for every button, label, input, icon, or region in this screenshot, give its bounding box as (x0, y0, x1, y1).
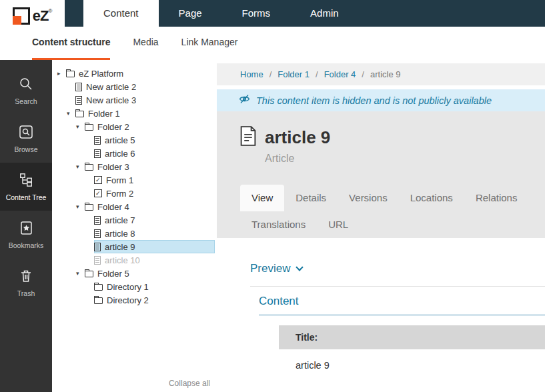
sidebar-item-content-tree[interactable]: Content Tree (0, 163, 52, 211)
folder-icon (66, 71, 75, 77)
tree-item-article-6[interactable]: article 6 (52, 147, 217, 160)
tree-item-ez-platform[interactable]: ▸ eZ Platform (52, 67, 217, 80)
chevron-down-icon (296, 263, 304, 271)
tree-item-folder-3[interactable]: ▾ Folder 3 (52, 160, 217, 173)
tree-item-folder-4[interactable]: ▾ Folder 4 (52, 200, 217, 213)
article-icon (94, 149, 101, 158)
ez-logo[interactable]: eZ ® (13, 7, 53, 25)
tree-item-folder-5[interactable]: ▾ Folder 5 (52, 267, 217, 280)
tree-item-new-article-3[interactable]: New article 3 (52, 93, 217, 107)
breadcrumb: Home / Folder 1 / Folder 4 / article 9 (217, 63, 545, 85)
tab-details[interactable]: Details (284, 185, 338, 211)
caret-down-icon[interactable]: ▾ (76, 120, 85, 133)
tree-item-folder-2[interactable]: ▾ Folder 2 (52, 120, 217, 133)
tab-relations[interactable]: Relations (464, 185, 529, 211)
logo-box: eZ ® (0, 0, 65, 32)
view-tab-content: Preview Content Title: article 9 (217, 238, 545, 392)
search-icon (19, 77, 33, 94)
article-icon (94, 136, 101, 145)
browse-icon (19, 125, 33, 142)
tree-item-directory-2[interactable]: Directory 2 (52, 293, 217, 307)
folder-icon (94, 284, 103, 291)
article-icon (75, 96, 82, 105)
content-type-label: Article (265, 153, 545, 165)
article-page-icon (240, 126, 256, 149)
folder-icon (85, 164, 93, 171)
tab-versions[interactable]: Versions (338, 185, 399, 211)
breadcrumb-current: article 9 (370, 69, 401, 79)
tree-item-article-8[interactable]: article 8 (52, 227, 217, 240)
folder-icon (85, 271, 93, 277)
sidebar-item-trash[interactable]: Trash (0, 259, 52, 307)
top-tab-page[interactable]: Page (159, 0, 222, 27)
top-tab-content[interactable]: Content (83, 0, 159, 27)
tab-url[interactable]: URL (317, 211, 360, 238)
preview-section-label: Preview (250, 262, 290, 275)
section-divider (250, 286, 545, 287)
tree-item-article-5[interactable]: article 5 (52, 133, 217, 147)
subnav: Content structure Media Link Manager (0, 27, 545, 60)
trash-icon (19, 269, 33, 286)
subnav-item-media[interactable]: Media (133, 27, 158, 60)
tab-translations[interactable]: Translations (240, 211, 317, 238)
article-icon (94, 243, 101, 251)
tab-locations[interactable]: Locations (399, 185, 464, 211)
content-section-label[interactable]: Content (259, 295, 299, 308)
folder-icon (85, 124, 93, 131)
top-tab-admin[interactable]: Admin (290, 0, 359, 27)
field-value-title: article 9 (279, 349, 545, 381)
caret-right-icon[interactable]: ▸ (57, 67, 66, 80)
collapse-all-button[interactable]: Collapse all (169, 379, 210, 388)
tree-item-form-1[interactable]: Form 1 (52, 173, 217, 187)
content-tabs: View Details Versions Locations Relation… (240, 185, 545, 238)
folder-icon (85, 204, 93, 211)
tab-view[interactable]: View (240, 185, 284, 211)
breadcrumb-link-home[interactable]: Home (240, 69, 263, 79)
form-icon (94, 176, 102, 184)
content-section: Content Title: article 9 (259, 295, 545, 381)
tree-item-new-article-2[interactable]: New article 2 (52, 80, 217, 93)
tree-item-article-10-hidden[interactable]: article 10 (52, 253, 217, 267)
alert-text: This content item is hidden and is not p… (256, 95, 492, 106)
content-tree-icon (19, 173, 33, 190)
caret-down-icon[interactable]: ▾ (76, 267, 85, 280)
ez-logo-text: eZ (33, 7, 49, 25)
form-icon (94, 189, 102, 197)
hidden-content-alert: This content item is hidden and is not p… (217, 89, 545, 111)
top-tab-forms[interactable]: Forms (222, 0, 291, 27)
caret-down-icon[interactable]: ▾ (67, 107, 75, 120)
hidden-icon (239, 94, 250, 107)
breadcrumb-link-folder-1[interactable]: Folder 1 (278, 69, 310, 79)
preview-section-toggle[interactable]: Preview (250, 262, 302, 275)
fields-table: Title: article 9 (279, 325, 545, 381)
article-icon (75, 83, 82, 91)
app-body: Search Browse Content Tree Bookmarks Tra… (0, 60, 545, 392)
article-icon (94, 229, 101, 238)
top-header: eZ ® Content Page Forms Admin (0, 0, 545, 27)
folder-icon (94, 297, 103, 304)
tree-item-article-9-selected[interactable]: article 9 (52, 240, 217, 253)
ez-logo-square-icon (13, 7, 30, 25)
tree-item-article-7[interactable]: article 7 (52, 213, 217, 227)
breadcrumb-link-folder-4[interactable]: Folder 4 (324, 69, 356, 79)
article-icon (94, 256, 101, 265)
tree-item-form-2[interactable]: Form 2 (52, 187, 217, 200)
tree-item-directory-1[interactable]: Directory 1 (52, 280, 217, 293)
field-name-title: Title: (279, 325, 545, 349)
content-section-underline (259, 315, 545, 315)
page-title: article 9 (265, 127, 330, 148)
sidebar-item-search[interactable]: Search (0, 67, 52, 115)
caret-down-icon[interactable]: ▾ (76, 160, 85, 173)
main-panel: Home / Folder 1 / Folder 4 / article 9 T… (217, 60, 545, 392)
article-icon (94, 216, 101, 225)
top-nav-tabs: Content Page Forms Admin (83, 0, 359, 27)
tree-item-folder-1[interactable]: ▾ Folder 1 (52, 107, 217, 120)
folder-icon (75, 111, 84, 117)
caret-down-icon[interactable]: ▾ (76, 200, 85, 213)
sidebar-item-browse[interactable]: Browse (0, 115, 52, 163)
ez-logo-registered-mark: ® (48, 8, 52, 14)
subnav-item-link-manager[interactable]: Link Manager (181, 27, 238, 60)
page-header: article 9 Article View Details Versions … (217, 111, 545, 238)
sidebar-item-bookmarks[interactable]: Bookmarks (0, 211, 52, 259)
left-sidebar: Search Browse Content Tree Bookmarks Tra… (0, 60, 52, 392)
